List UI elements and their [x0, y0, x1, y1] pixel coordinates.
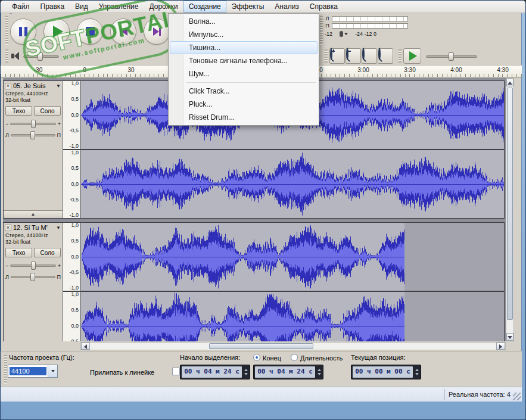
speed-slider-thumb[interactable]	[449, 52, 454, 61]
menu-item-dtmf[interactable]: Тоновые сигналы телефона...	[170, 54, 318, 67]
waveform-canvas[interactable]	[81, 223, 504, 291]
gain-slider-thumb[interactable]	[31, 262, 36, 270]
menu-tracks[interactable]: Дорожки	[144, 1, 183, 13]
output-meter-right[interactable]	[332, 23, 408, 29]
menu-view[interactable]: Вид	[70, 1, 94, 13]
scroll-down-button[interactable]	[506, 333, 513, 341]
toolbar-gripper[interactable]	[5, 49, 8, 63]
audacity-window: 05. Je Suis Malade × Файл Правка Вид Упр…	[0, 0, 526, 420]
fit-project-button[interactable]	[378, 48, 393, 64]
track-title[interactable]: 05. Je Suis	[13, 82, 56, 89]
menu-help[interactable]: Справка	[304, 1, 343, 13]
pan-slider[interactable]	[11, 134, 55, 136]
menu-item-click-track[interactable]: Click Track...	[170, 85, 318, 98]
stop-button[interactable]	[77, 18, 103, 45]
menu-item-silence[interactable]: Тишина...	[170, 41, 318, 54]
radio-end-label[interactable]: Конец	[263, 354, 281, 362]
combo-dropdown-button[interactable]	[48, 365, 57, 377]
radio-end[interactable]	[253, 354, 260, 361]
fit-selection-button[interactable]	[362, 48, 377, 64]
project-rate-combobox[interactable]: 44100	[8, 365, 58, 378]
menu-item-chirp[interactable]: Импульс...	[170, 28, 318, 41]
solo-button[interactable]: Соло	[34, 106, 61, 116]
skip-to-start-button[interactable]	[110, 18, 136, 45]
menu-item-risset-drum[interactable]: Risset Drum...	[170, 111, 318, 124]
spinner[interactable]	[414, 369, 419, 375]
waveform-canvas[interactable]	[81, 292, 504, 341]
selection-end-field[interactable]: 00 ч 04 м 24 с	[253, 365, 323, 379]
toolbar-gripper[interactable]	[320, 16, 323, 45]
play-button[interactable]	[43, 18, 70, 45]
pan-slider[interactable]	[11, 276, 55, 278]
output-meter-left[interactable]	[332, 16, 408, 21]
menu-generate[interactable]: Создание	[183, 1, 226, 13]
project-rate-value: 44100	[10, 367, 46, 375]
track-control-panel: × 05. Je Suis ▼ Стерео, 44100Hz 32-bit f…	[4, 81, 63, 218]
selection-start-value[interactable]: 00 ч 04 м 24 с	[182, 366, 242, 378]
mute-button[interactable]: Тихо	[5, 248, 32, 257]
resize-grip[interactable]	[513, 393, 521, 400]
track-close-button[interactable]: ×	[5, 225, 11, 231]
snap-to-checkbox[interactable]	[172, 368, 180, 375]
pan-slider-thumb[interactable]	[30, 131, 35, 139]
menu-analyze[interactable]: Анализ	[269, 1, 304, 13]
toolbar-gripper[interactable]	[325, 49, 328, 63]
track-collapse-button[interactable]: ▲	[4, 210, 63, 218]
status-divider	[444, 389, 445, 400]
stop-icon	[86, 27, 95, 36]
ruler-value: 1,0	[65, 292, 79, 297]
toolbar-gripper[interactable]	[4, 355, 7, 384]
pan-left-label: Л	[5, 132, 9, 138]
skip-to-end-button[interactable]	[144, 18, 170, 45]
scrollbar-thumb[interactable]	[209, 343, 313, 349]
current-position-value[interactable]: 00 ч 00 м 00 с	[353, 366, 413, 378]
menu-item-pluck[interactable]: Pluck...	[170, 98, 318, 111]
selection-toolbar: Частота проекта (Гц): 44100 Прилипать к …	[1, 351, 522, 387]
mute-button[interactable]: Тихо	[5, 106, 32, 116]
current-position-field[interactable]: 00 ч 00 м 00 с	[351, 365, 421, 379]
menu-file[interactable]: Файл	[7, 1, 35, 13]
gain-slider[interactable]	[10, 123, 55, 125]
menu-item-tone[interactable]: Волна...	[170, 15, 318, 28]
toolbar-gripper[interactable]	[399, 49, 401, 63]
status-text: Реальная частота: 4	[449, 391, 511, 398]
zoom-in-button[interactable]	[329, 48, 345, 64]
gain-plus-label: +	[58, 121, 61, 127]
track-menu-dropdown-icon[interactable]: ▼	[56, 83, 61, 89]
scrollbar-thumb[interactable]	[507, 88, 513, 320]
input-source-selector[interactable]	[340, 31, 348, 37]
gain-slider[interactable]	[10, 265, 55, 267]
zoom-out-button[interactable]	[346, 48, 361, 64]
radio-length-label[interactable]: Длительность	[300, 354, 343, 362]
menu-edit[interactable]: Правка	[35, 1, 70, 13]
gain-slider-thumb[interactable]	[31, 120, 36, 128]
vertical-scrollbar[interactable]	[506, 78, 514, 341]
selection-end-value[interactable]: 00 ч 04 м 24 с	[255, 366, 315, 378]
horizontal-scrollbar[interactable]	[80, 342, 506, 350]
solo-button[interactable]: Соло	[34, 248, 61, 257]
scroll-up-button[interactable]	[506, 79, 513, 86]
track-close-button[interactable]: ×	[5, 83, 11, 89]
track-title[interactable]: 12. Si Tu M'	[13, 224, 56, 231]
radio-length[interactable]	[291, 354, 298, 361]
menu-effects[interactable]: Эффекты	[226, 1, 270, 13]
microphone-icon	[340, 31, 343, 37]
time-label: 30	[127, 67, 134, 73]
fit-project-icon	[378, 48, 381, 60]
track-info-line1: Стерео, 44100Hz	[4, 232, 63, 239]
menu-item-noise[interactable]: Шум...	[170, 67, 318, 80]
scroll-right-button[interactable]	[496, 343, 505, 350]
track-menu-dropdown-icon[interactable]: ▼	[56, 225, 61, 231]
volume-slider-thumb[interactable]	[38, 52, 43, 61]
pan-slider-thumb[interactable]	[30, 273, 35, 281]
waveform-canvas[interactable]	[81, 150, 504, 218]
pause-button[interactable]	[10, 18, 36, 45]
menu-transport[interactable]: Управление	[94, 1, 144, 13]
zoom-out-icon	[346, 48, 348, 60]
spinner[interactable]	[316, 369, 322, 375]
spinner[interactable]	[243, 369, 248, 375]
play-at-speed-button[interactable]	[403, 48, 421, 64]
selection-start-field[interactable]: 00 ч 04 м 24 с	[180, 365, 250, 379]
scroll-left-button[interactable]	[81, 343, 90, 350]
toolbar-gripper[interactable]	[5, 16, 8, 45]
